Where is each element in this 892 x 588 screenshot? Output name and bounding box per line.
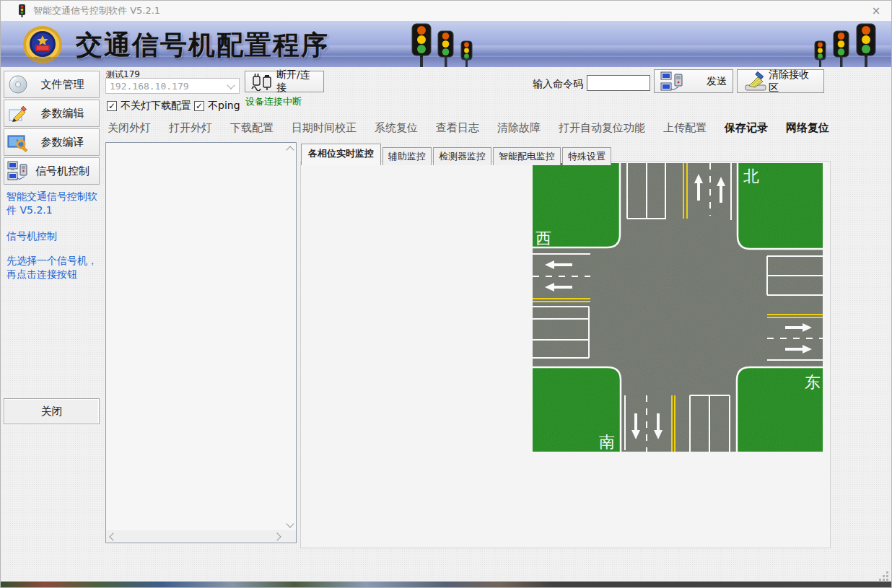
parameter-compile-button[interactable]: 参数编译: [4, 128, 100, 156]
compile-icon: [6, 132, 30, 152]
traffic-lights-decoration-right: [813, 22, 886, 67]
chevron-down-icon: [227, 81, 235, 89]
menu-item-view-log[interactable]: 查看日志: [436, 121, 479, 135]
connect-button-label: 断开/连接: [276, 69, 319, 95]
network-computers-icon: [660, 71, 685, 92]
no-light-off-label: 不关灯下载配置: [121, 100, 191, 113]
monitor-tab-panel: 北 西 南 东: [300, 161, 831, 548]
pencil-icon: [6, 103, 30, 123]
menu-item-upload-config[interactable]: 上传配置: [663, 121, 707, 135]
scroll-down-icon[interactable]: [286, 519, 294, 527]
close-button-label: 关闭: [41, 405, 63, 418]
menu-item-clear-fault[interactable]: 清除故障: [497, 121, 541, 135]
horizontal-scrollbar[interactable]: [106, 530, 296, 543]
menu-item-lights-on[interactable]: 打开外灯: [169, 121, 212, 135]
send-button-label: 发送: [707, 75, 727, 88]
app-banner-title: 交通信号机配置程序: [76, 27, 329, 63]
scroll-right-icon[interactable]: [273, 532, 281, 540]
signal-control-button[interactable]: 信号机控制: [4, 157, 100, 185]
file-management-label: 文件管理: [30, 78, 95, 92]
no-ping-checkbox[interactable]: ✓ 不ping: [194, 100, 240, 113]
menu-item-save-record[interactable]: 保存记录: [725, 121, 768, 135]
sidebar-version-text: 智能交通信号控制软件 V5.2.1: [6, 190, 102, 217]
menu-item-auto-reset[interactable]: 打开自动复位功能: [559, 121, 645, 135]
checkbox-check-icon: ✓: [194, 101, 204, 111]
file-management-button[interactable]: 文件管理: [4, 71, 100, 98]
menu-item-download-config[interactable]: 下载配置: [230, 121, 274, 135]
resize-grip[interactable]: [880, 572, 888, 581]
menu-item-system-reset[interactable]: 系统复位: [375, 121, 418, 135]
menu-item-network-reset[interactable]: 网络复位: [786, 121, 829, 135]
broom-icon: [743, 71, 769, 92]
computers-icon: [6, 161, 30, 181]
checkbox-check-icon: ✓: [107, 101, 117, 111]
tab-auxiliary-monitor[interactable]: 辅助监控: [382, 147, 432, 165]
police-badge-icon: [21, 23, 64, 66]
tab-phase-realtime-monitor[interactable]: 各相位实时监控: [301, 144, 381, 165]
plug-connector-icon: [250, 72, 272, 91]
bottom-image-strip: [1, 582, 891, 587]
clear-button-label: 清除接收区: [769, 69, 818, 95]
signal-control-label: 信号机控制: [30, 164, 95, 178]
message-list-box[interactable]: [105, 142, 297, 543]
no-ping-label: 不ping: [208, 100, 240, 113]
clear-receive-area-button[interactable]: 清除接收区: [737, 69, 824, 93]
command-code-input[interactable]: [587, 75, 650, 91]
window-title: 智能交通信号控制软件 V5.2.1: [33, 4, 160, 17]
traffic-lights-decoration-left: [411, 22, 483, 67]
parameter-compile-label: 参数编译: [30, 136, 95, 149]
ip-address-value: 192.168.10.179: [106, 81, 228, 92]
connect-disconnect-button[interactable]: 断开/连接: [245, 71, 324, 92]
parameter-edit-button[interactable]: 参数编辑: [4, 100, 100, 127]
tab-detector-monitor[interactable]: 检测器监控: [433, 147, 491, 165]
menu-item-lights-off[interactable]: 关闭外灯: [108, 121, 151, 135]
header-banner: 交通信号机配置程序: [1, 21, 891, 67]
command-code-label: 输入命令码: [533, 78, 583, 91]
cd-icon: [6, 74, 30, 95]
scroll-left-icon[interactable]: [109, 532, 117, 540]
command-menu: 关闭外灯 打开外灯 下载配置 日期时间校正 系统复位 查看日志 清除故障 打开自…: [108, 121, 829, 135]
sidebar-mode-text: 信号机控制: [6, 229, 102, 243]
intersection-diagram: 北 西 南 东: [533, 163, 823, 452]
tab-special-settings[interactable]: 特殊设置: [562, 147, 611, 165]
monitor-tabs: 各相位实时监控 辅助监控 检测器监控 智能配电监控 特殊设置: [301, 144, 613, 165]
vertical-scrollbar[interactable]: [284, 143, 296, 531]
close-window-icon[interactable]: ×: [868, 3, 884, 19]
sidebar-hint-text: 先选择一个信号机，再点击连接按钮: [6, 254, 102, 281]
app-window: 智能交通信号控制软件 V5.2.1 × 交通信号机配置程序: [0, 0, 892, 588]
parameter-edit-label: 参数编辑: [30, 107, 95, 120]
connection-status-text: 设备连接中断: [245, 95, 302, 108]
no-light-off-checkbox[interactable]: ✓ 不关灯下载配置: [107, 100, 191, 113]
close-button[interactable]: 关闭: [4, 398, 100, 424]
app-traffic-light-icon: [17, 4, 27, 17]
menu-item-datetime-correct[interactable]: 日期时间校正: [292, 121, 357, 135]
tab-power-monitor[interactable]: 智能配电监控: [493, 147, 561, 165]
title-bar: 智能交通信号控制软件 V5.2.1 ×: [1, 1, 891, 21]
send-button[interactable]: 发送: [654, 69, 733, 93]
scroll-up-icon[interactable]: [286, 146, 294, 154]
ip-address-dropdown[interactable]: 192.168.10.179: [105, 78, 240, 94]
